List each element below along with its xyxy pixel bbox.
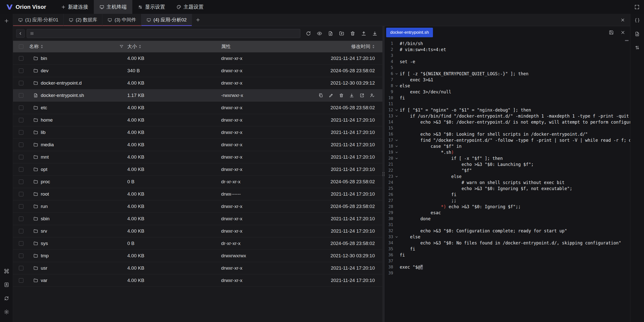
file-name: sys (41, 241, 48, 246)
fullscreen-button[interactable] (631, 0, 642, 14)
file-row[interactable]: media 4.00 KB drwxr-xr-x 2021-11-24 17:2… (13, 139, 382, 151)
file-row[interactable]: tmp 4.00 KB drwxrwxrwx 2021-12-30 03:29:… (13, 250, 382, 262)
column-header[interactable]: 名称 (29, 41, 127, 52)
file-row[interactable]: home 4.00 KB drwxr-xr-x 2021-11-24 17:20… (13, 114, 382, 126)
row-checkbox[interactable] (19, 68, 23, 73)
filter-icon[interactable] (119, 44, 124, 49)
close-panel-button[interactable] (618, 15, 627, 24)
file-row[interactable]: opt 4.00 KB drwxr-xr-x 2021-11-24 17:20:… (13, 163, 382, 176)
terminal-tab-4[interactable]: (4) 应用-分析02 (141, 14, 192, 26)
terminal-tab-3[interactable]: (3) 中间件 (102, 14, 141, 26)
connections-button[interactable] (2, 280, 12, 290)
fold-toggle[interactable] (393, 83, 400, 89)
row-checkbox[interactable] (19, 254, 23, 258)
row-checkbox[interactable] (19, 118, 23, 122)
row-checkbox[interactable] (19, 241, 23, 246)
fold-toggle[interactable] (393, 149, 400, 155)
row-checkbox[interactable] (19, 56, 23, 61)
file-row[interactable]: root 4.00 KB drwx------ 2021-11-24 17:20… (13, 188, 382, 200)
sort-icon[interactable] (372, 44, 375, 49)
fold-toggle[interactable] (393, 155, 400, 161)
new-file-button[interactable] (326, 29, 335, 38)
close-editor-button[interactable] (619, 29, 627, 36)
menu-item-new-connection[interactable]: 新建连接 (55, 0, 94, 14)
refresh-button[interactable] (304, 29, 313, 38)
file-row[interactable]: var 4.00 KB drwxr-xr-x 2021-11-24 17:20:… (13, 274, 382, 287)
sort-icon[interactable] (41, 44, 43, 49)
file-size: 4.00 KB (127, 56, 221, 61)
editor-file-tab[interactable]: docker-entrypoint.sh (386, 28, 433, 37)
download-button[interactable] (370, 29, 379, 38)
row-checkbox[interactable] (19, 204, 23, 209)
menu-item-display-settings[interactable]: 显示设置 (132, 0, 171, 14)
select-all-checkbox[interactable] (19, 44, 23, 49)
row-checkbox[interactable] (19, 167, 23, 172)
add-tab-button[interactable] (192, 14, 204, 26)
row-checkbox[interactable] (19, 93, 23, 98)
fold-toggle[interactable] (393, 113, 400, 119)
upload-button[interactable] (359, 29, 368, 38)
fold-toggle[interactable] (393, 173, 400, 180)
row-checkbox[interactable] (19, 105, 23, 110)
file-row[interactable]: usr 4.00 KB drwxr-xr-x 2021-11-24 17:20:… (13, 262, 382, 274)
menu-item-host-terminal[interactable]: 主机终端 (94, 0, 132, 14)
save-button[interactable] (608, 29, 615, 36)
row-checkbox[interactable] (19, 192, 23, 196)
row-checkbox[interactable] (19, 266, 23, 270)
panel-splitter[interactable] (382, 26, 385, 322)
column-header[interactable]: 大小 (127, 41, 221, 52)
file-row[interactable]: proc 0 B dr-xr-xr-x 2024-05-28 23:58:02 (13, 176, 382, 188)
column-header[interactable]: 修改时间 (304, 41, 382, 52)
copy-button[interactable] (318, 93, 323, 98)
editor-scrollbar[interactable] (625, 40, 629, 41)
row-checkbox[interactable] (19, 130, 23, 135)
file-row[interactable]: run 4.00 KB drwxr-xr-x 2024-05-28 23:58:… (13, 200, 382, 213)
fold-toggle[interactable] (393, 234, 400, 240)
new-folder-button[interactable] (337, 29, 346, 38)
file-row[interactable]: docker-entrypoint.sh 1.17 KB -rwxrwxr-x (13, 89, 382, 102)
row-checkbox[interactable] (19, 142, 23, 147)
transfer-list-button[interactable] (632, 43, 642, 53)
row-checkbox[interactable] (19, 155, 23, 159)
fold-toggle[interactable] (393, 71, 400, 77)
permissions-button[interactable] (370, 93, 375, 98)
file-row[interactable]: bin 4.00 KB drwxr-xr-x 2021-11-24 17:20:… (13, 52, 382, 65)
row-checkbox[interactable] (19, 217, 23, 221)
file-row[interactable]: sys 0 B dr-xr-xr-x 2024-05-28 23:58:02 (13, 237, 382, 250)
new-tab-button[interactable] (2, 16, 12, 26)
row-checkbox[interactable] (19, 180, 23, 184)
orion-visor-logo (6, 4, 13, 10)
file-row[interactable]: docker-entrypoint.d 4.00 KB drwxr-xr-x 2… (13, 77, 382, 89)
delete-button[interactable] (348, 29, 357, 38)
menu-item-theme-settings[interactable]: 主题设置 (171, 0, 209, 14)
row-checkbox[interactable] (19, 81, 23, 85)
file-row[interactable]: srv 4.00 KB drwxr-xr-x 2021-11-24 17:20:… (13, 225, 382, 237)
row-checkbox[interactable] (19, 229, 23, 233)
sort-icon[interactable] (139, 44, 141, 49)
file-row[interactable]: sbin 4.00 KB drwxr-xr-x 2021-11-24 17:20… (13, 213, 382, 225)
download-file-button[interactable] (349, 93, 354, 98)
preview-hidden-button[interactable] (315, 29, 324, 38)
delete-file-button[interactable] (339, 93, 344, 98)
edit-button[interactable] (329, 93, 334, 98)
path-input[interactable] (36, 31, 297, 36)
code-text: exec "$@" (400, 264, 423, 270)
fold-toggle[interactable] (393, 143, 400, 149)
shortcuts-button[interactable] (2, 266, 12, 276)
file-row[interactable]: mnt 4.00 KB drwxr-xr-x 2021-11-24 17:20:… (13, 151, 382, 163)
sftp-files-button[interactable] (632, 29, 642, 39)
back-button[interactable] (16, 29, 25, 38)
settings-button[interactable] (2, 307, 12, 317)
file-row[interactable]: lib 4.00 KB drwxr-xr-x 2021-11-24 17:20:… (13, 126, 382, 139)
file-row[interactable]: etc 4.00 KB drwxr-xr-x 2024-05-28 23:58:… (13, 102, 382, 114)
terminal-tab-2[interactable]: (2) 数据库 (64, 14, 103, 26)
fold-toggle[interactable] (393, 107, 400, 113)
move-button[interactable] (359, 93, 365, 98)
code-editor[interactable]: 1 #!/bin/sh 2 # vim:sw=4:ts=4:et 3 4 set… (385, 39, 630, 322)
snippets-button[interactable] (632, 15, 642, 25)
row-checkbox[interactable] (19, 278, 23, 283)
terminal-tab-1[interactable]: (1) 应用-分析01 (13, 14, 64, 26)
fold-toggle[interactable] (393, 137, 400, 143)
file-row[interactable]: dev 340 B drwxr-xr-x 2024-05-28 23:58:02 (13, 65, 382, 77)
sync-button[interactable] (2, 293, 12, 303)
